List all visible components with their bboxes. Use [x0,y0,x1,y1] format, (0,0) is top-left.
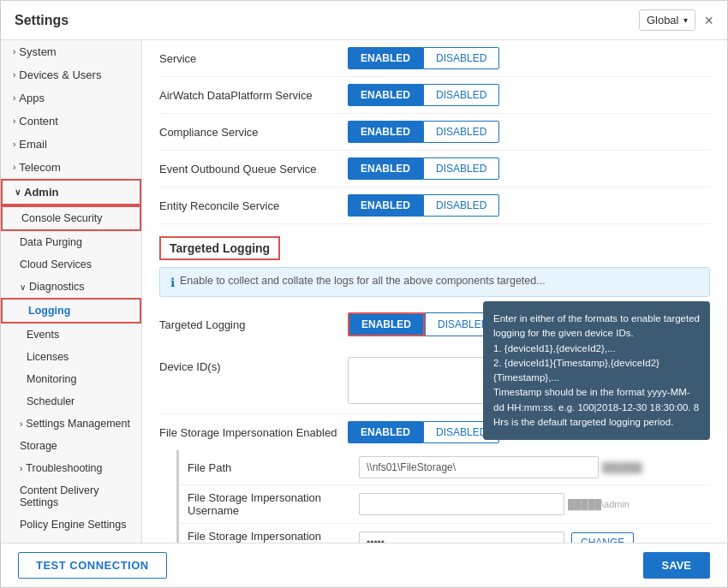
service-row-service: Service ENABLED DISABLED [159,40,710,77]
sidebar-item-custom-attributes[interactable]: Custom Attribute Settings [1,536,141,543]
sidebar-item-content[interactable]: › Content [1,110,141,133]
airwatch-toggle: ENABLED DISABLED [348,84,499,106]
targeted-logging-row: Targeted Logging ENABLED DISABLED Enter … [159,306,710,343]
file-path-input[interactable] [359,456,599,478]
sidebar-item-system[interactable]: › System [1,40,141,63]
entity-reconcile-disabled-btn[interactable]: DISABLED [423,194,499,217]
modal-title: Settings [15,13,69,28]
compliance-enabled-btn[interactable]: ENABLED [348,121,423,143]
chevron-down-icon: ▾ [683,15,688,25]
arrow-icon: ∨ [20,282,26,292]
sidebar-item-storage[interactable]: Storage [1,435,141,457]
save-button[interactable]: SAVE [643,552,710,579]
file-storage-impersonation-label: File Storage Impersonation Enabled [159,426,348,439]
change-password-button[interactable]: CHANGE [571,532,634,543]
sidebar-item-telecom[interactable]: › Telecom [1,156,141,179]
targeted-logging-toggle: ENABLED DISABLED [348,312,501,336]
airwatch-disabled-btn[interactable]: DISABLED [423,84,499,106]
service-row-airwatch: AirWatch DataPlatform Service ENABLED DI… [159,77,710,114]
file-storage-subsection: File Path ██████ File Storage Impersonat… [176,450,710,543]
global-dropdown[interactable]: Global ▾ [639,9,696,31]
sidebar-item-monitoring[interactable]: Monitoring [1,368,141,390]
sidebar: › System › Devices & Users › Apps › Cont… [1,40,142,543]
modal-body: › System › Devices & Users › Apps › Cont… [1,40,727,543]
tooltip-text: Enter in either of the formats to enable… [493,313,700,427]
main-content: Service ENABLED DISABLED AirWatch DataPl… [142,40,727,543]
sidebar-label-system: System [19,45,56,58]
sidebar-item-troubleshooting[interactable]: › Troubleshooting [1,457,141,479]
sidebar-item-settings-management[interactable]: › Settings Management [1,413,141,435]
arrow-icon: › [20,464,22,473]
file-path-label: File Path [188,461,359,474]
sidebar-label-content: Content [19,115,58,128]
sidebar-item-policy-engine[interactable]: Policy Engine Settings [1,514,141,536]
file-storage-password-row: File Storage Impersonation Password CHAN… [179,524,710,543]
event-outbound-disabled-btn[interactable]: DISABLED [423,157,499,180]
sidebar-item-content-delivery[interactable]: Content Delivery Settings [1,479,141,514]
modal-header: Settings Global ▾ × [1,1,727,40]
sidebar-label-devices: Devices & Users [19,68,101,81]
file-storage-username-input[interactable] [359,493,564,515]
targeted-logging-label: Targeted Logging [159,318,348,331]
sidebar-item-events[interactable]: Events [1,324,141,346]
service-enabled-btn[interactable]: ENABLED [348,47,423,69]
targeted-logging-title: Targeted Logging [159,236,280,260]
sidebar-label-settings-mgmt: Settings Management [26,418,130,430]
airwatch-service-name: AirWatch DataPlatform Service [159,89,348,102]
sidebar-item-apps[interactable]: › Apps [1,86,141,110]
file-storage-impersonation-toggle: ENABLED DISABLED [348,421,499,443]
close-button[interactable]: × [704,13,713,28]
targeted-logging-enabled-btn[interactable]: ENABLED [348,312,425,336]
arrow-icon: › [13,116,15,126]
sidebar-item-scheduler[interactable]: Scheduler [1,390,141,413]
device-ids-label: Device ID(s) [159,357,348,373]
sidebar-label-troubleshooting: Troubleshooting [26,462,102,474]
service-disabled-btn[interactable]: DISABLED [423,47,499,69]
sidebar-item-diagnostics[interactable]: ∨ Diagnostics [1,276,141,298]
sidebar-label-storage: Storage [20,440,57,452]
event-outbound-service-name: Event Outbound Queue Service [159,163,348,175]
sidebar-label-events: Events [27,329,59,341]
sidebar-item-console-security[interactable]: Console Security [1,205,141,231]
entity-reconcile-enabled-btn[interactable]: ENABLED [348,194,423,217]
sidebar-item-email[interactable]: › Email [1,133,141,156]
sidebar-label-cloud-services: Cloud Services [20,258,92,270]
arrow-icon: › [13,163,15,172]
sidebar-item-devices-users[interactable]: › Devices & Users [1,63,141,86]
sidebar-item-admin[interactable]: ∨ Admin [1,179,141,205]
blurred-path-value: ██████ [602,462,642,472]
sidebar-label-console-security: Console Security [21,212,103,224]
event-outbound-toggle: ENABLED DISABLED [348,157,499,180]
sidebar-item-data-purging[interactable]: Data Purging [1,231,141,253]
sidebar-item-logging[interactable]: Logging [1,298,141,324]
sidebar-label-content-delivery: Content Delivery Settings [20,484,133,508]
service-row-event-outbound: Event Outbound Queue Service ENABLED DIS… [159,151,710,187]
file-storage-password-input[interactable] [359,532,564,543]
sidebar-item-cloud-services[interactable]: Cloud Services [1,253,141,276]
global-label: Global [647,14,679,27]
sidebar-label-telecom: Telecom [19,161,60,174]
arrow-icon: › [13,140,15,149]
header-right: Global ▾ × [639,9,713,31]
file-storage-enabled-btn[interactable]: ENABLED [348,421,423,443]
sidebar-label-diagnostics: Diagnostics [29,281,85,293]
sidebar-label-data-purging: Data Purging [20,236,82,248]
compliance-disabled-btn[interactable]: DISABLED [423,121,499,143]
compliance-toggle: ENABLED DISABLED [348,121,499,143]
service-toggle: ENABLED DISABLED [348,47,499,69]
event-outbound-enabled-btn[interactable]: ENABLED [348,157,423,180]
info-text: Enable to collect and collate the logs f… [180,275,546,287]
airwatch-enabled-btn[interactable]: ENABLED [348,84,423,106]
file-storage-username-label: File Storage Impersonation Username [188,491,359,517]
service-row-compliance: Compliance Service ENABLED DISABLED [159,114,710,151]
compliance-service-name: Compliance Service [159,126,348,139]
sidebar-item-licenses[interactable]: Licenses [1,346,141,368]
sidebar-label-apps: Apps [19,92,45,104]
info-icon: ℹ [170,276,175,289]
bottom-bar: TEST CONNECTION SAVE [1,543,727,587]
sidebar-label-scheduler: Scheduler [27,395,75,407]
arrow-icon: ∨ [15,187,21,197]
test-connection-button[interactable]: TEST CONNECTION [18,552,167,579]
arrow-icon: › [13,93,15,103]
sidebar-label-admin: Admin [24,186,58,199]
